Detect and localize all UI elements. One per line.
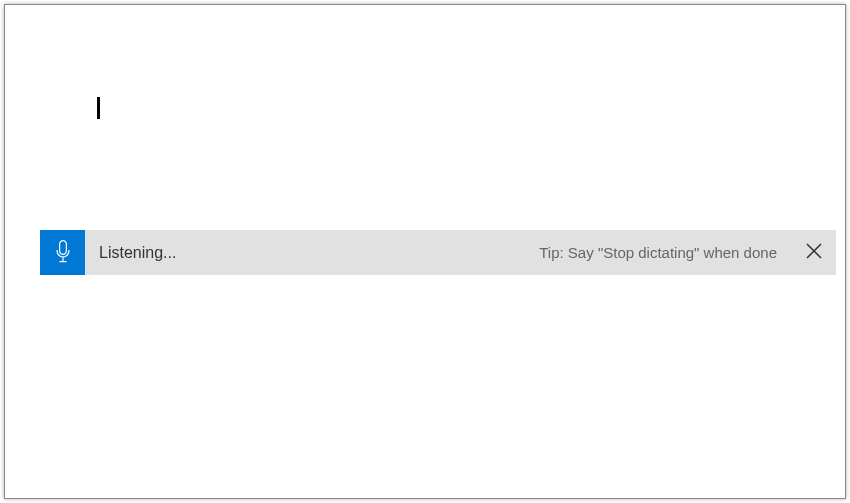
text-cursor <box>97 97 100 119</box>
dictation-bar: Listening... Tip: Say "Stop dictating" w… <box>40 230 836 275</box>
microphone-icon <box>54 239 72 267</box>
dictation-status: Listening... <box>99 244 176 262</box>
close-icon <box>806 243 822 263</box>
close-button[interactable] <box>791 230 836 275</box>
dictation-tip: Tip: Say "Stop dictating" when done <box>539 244 777 261</box>
app-window: Listening... Tip: Say "Stop dictating" w… <box>4 4 846 499</box>
microphone-button[interactable] <box>40 230 85 275</box>
document-area[interactable] <box>5 5 845 230</box>
